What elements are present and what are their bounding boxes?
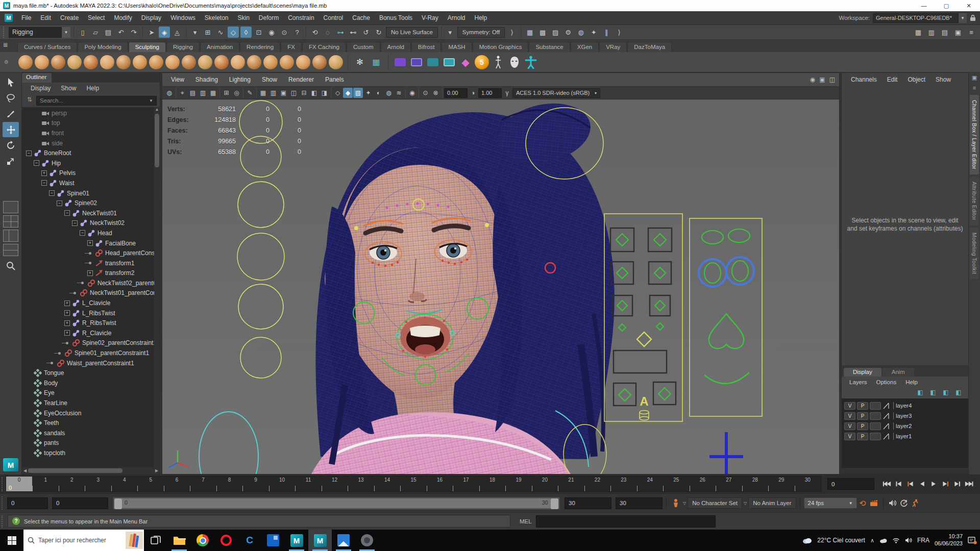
- time-slider-ruler[interactable]: 0123456789101112131415161718192021222324…: [6, 476, 821, 492]
- taskbar-search-input[interactable]: Taper ici pour rechercher: [23, 530, 144, 551]
- xray-icon[interactable]: ⊙: [421, 88, 430, 98]
- menu-cache[interactable]: Cache: [348, 11, 375, 24]
- teal-camera-icon[interactable]: [426, 55, 440, 69]
- range-slider-grip[interactable]: [2, 496, 6, 510]
- timeline-frame-19[interactable]: 19: [505, 477, 531, 491]
- snowflake-icon[interactable]: ✻: [353, 55, 367, 69]
- viewport-menu-renderer[interactable]: Renderer: [283, 76, 320, 83]
- outliner-item-spine02[interactable]: −Spine02: [22, 198, 160, 208]
- output-connections-icon[interactable]: ⊷: [348, 27, 359, 38]
- expand-expander-icon[interactable]: +: [64, 320, 70, 326]
- step-back-key-button[interactable]: [905, 479, 916, 490]
- timeline-frame-24[interactable]: 24: [637, 477, 663, 491]
- timeline-frame-25[interactable]: 25: [663, 477, 689, 491]
- range-start-handle[interactable]: [114, 498, 122, 509]
- shelf-tab-poly-modeling[interactable]: Poly Modeling: [78, 42, 128, 52]
- layer-display-type-toggle[interactable]: [870, 422, 881, 430]
- shelf-tab-arnold[interactable]: Arnold: [381, 42, 411, 52]
- scale-tool[interactable]: [3, 154, 19, 169]
- layer-playback-toggle[interactable]: P: [857, 433, 868, 440]
- taskbar-app-opera[interactable]: [214, 530, 238, 551]
- gate-mask-icon[interactable]: ◫: [289, 88, 299, 98]
- sidebar-pin-icon[interactable]: ≡: [973, 85, 976, 93]
- outliner-item-hip[interactable]: −Hip: [22, 158, 160, 168]
- menu-help[interactable]: Help: [470, 11, 492, 24]
- menu-edit[interactable]: Edit: [36, 11, 56, 24]
- viewport-menu-show[interactable]: Show: [256, 76, 283, 83]
- outliner-item-persp[interactable]: persp: [22, 108, 160, 118]
- construction-history-icon[interactable]: ⟲: [309, 27, 321, 38]
- use-all-lights-icon[interactable]: ✦: [363, 88, 373, 98]
- anim-layer-dropdown-icon[interactable]: ▽: [744, 501, 747, 506]
- bookmark-icon[interactable]: ▥: [198, 88, 208, 98]
- mel-label[interactable]: MEL: [520, 518, 532, 524]
- outliner-tab[interactable]: Outliner: [22, 73, 52, 83]
- safe-action-icon[interactable]: ◧: [309, 88, 319, 98]
- range-slider-bar[interactable]: 0 30: [113, 497, 560, 510]
- make-live-icon[interactable]: ◉: [266, 27, 277, 38]
- current-frame-indicator[interactable]: 0 0: [6, 477, 32, 491]
- camera-attributes-icon[interactable]: ▤: [188, 88, 198, 98]
- grid-toggle-4-icon[interactable]: ▣: [952, 27, 964, 38]
- timeline-frame-6[interactable]: 6: [164, 477, 190, 491]
- hypershade-icon[interactable]: ◍: [575, 27, 586, 38]
- expand-expander-icon[interactable]: +: [87, 270, 93, 276]
- evaluation-mode-icon[interactable]: [910, 497, 921, 509]
- teal-clip-icon[interactable]: [442, 55, 456, 69]
- shelf-tab-motion-graphics[interactable]: Motion Graphics: [473, 42, 529, 52]
- collapse-expander-icon[interactable]: −: [26, 151, 32, 156]
- shelf-tab-mash[interactable]: MASH: [442, 42, 472, 52]
- expand-expander-icon[interactable]: +: [64, 300, 70, 306]
- mouth-open[interactable]: [396, 314, 454, 359]
- shelf-tab-daztomaya[interactable]: DazToMaya: [627, 42, 672, 52]
- shelf-tab-curves-surfaces[interactable]: Curves / Surfaces: [17, 42, 77, 52]
- maya-home-icon[interactable]: M: [5, 14, 13, 22]
- outliner-vertical-scrollbar[interactable]: ▲: [154, 107, 160, 467]
- move-layer-up-icon[interactable]: ◧: [916, 389, 925, 397]
- freeze-clear-brush-icon[interactable]: [312, 55, 327, 69]
- expand-expander-icon[interactable]: +: [87, 240, 93, 246]
- sidebar-gear-icon[interactable]: ▣: [972, 74, 977, 83]
- shelf-tab-fx[interactable]: FX: [281, 42, 302, 52]
- clip-icon[interactable]: [409, 55, 424, 69]
- outliner-item-sandals[interactable]: sandals: [22, 428, 160, 438]
- menu-windows[interactable]: Windows: [166, 11, 200, 24]
- layer-visibility-toggle[interactable]: V: [844, 402, 855, 410]
- render-current-icon[interactable]: ▩: [537, 27, 548, 38]
- play-forwards-button[interactable]: [928, 479, 939, 490]
- outliner-search-input[interactable]: Search... ▼: [36, 96, 157, 106]
- mel-command-input[interactable]: [536, 515, 716, 528]
- menu-select[interactable]: Select: [83, 11, 109, 24]
- layer-visibility-toggle[interactable]: V: [844, 422, 855, 430]
- outliner-menu-help[interactable]: Help: [82, 85, 104, 92]
- outliner-item-l_clavicle[interactable]: +L_Clavicle: [22, 298, 160, 308]
- collapse-expander-icon[interactable]: −: [57, 201, 62, 206]
- outliner-menu-display[interactable]: Display: [26, 85, 55, 92]
- current-time-field[interactable]: 0: [827, 478, 874, 490]
- move-layer-down-icon[interactable]: ◧: [928, 389, 938, 397]
- layout-persp-outliner[interactable]: [3, 230, 18, 242]
- outliner-item-body[interactable]: Body: [22, 378, 160, 388]
- render-settings-icon[interactable]: ⚙︎: [562, 27, 574, 38]
- playback-loop-icon[interactable]: ⟲: [857, 497, 868, 509]
- taskbar-app-chrome[interactable]: [191, 530, 214, 551]
- collapse-expander-icon[interactable]: −: [41, 180, 47, 186]
- outliner-item-transform1[interactable]: transform1: [22, 258, 160, 268]
- timeline-frame-22[interactable]: 22: [584, 477, 610, 491]
- sidebar-tab-channel-box-layer-editor[interactable]: Channel Box / Layer Editor: [970, 95, 979, 174]
- step-forward-frame-button[interactable]: [952, 479, 963, 490]
- taskbar-clock[interactable]: 10:37 06/06/2023: [935, 533, 963, 547]
- viewport-3d-scene[interactable]: A: [162, 99, 839, 474]
- exposure-icon[interactable]: ◑: [468, 88, 478, 98]
- outliner-item-pants[interactable]: pants: [22, 438, 160, 448]
- flatten-brush-icon[interactable]: [100, 55, 114, 69]
- grid-toggle-2-icon[interactable]: ▥: [926, 27, 937, 38]
- viewport-menu-view[interactable]: View: [165, 76, 190, 83]
- menu-arnold[interactable]: Arnold: [443, 11, 470, 24]
- go-to-end-button[interactable]: [964, 479, 974, 490]
- outliner-item-pelvis[interactable]: +Pelvis: [22, 168, 160, 179]
- timeline-frame-17[interactable]: 17: [453, 477, 479, 491]
- layer-menu-help[interactable]: Help: [901, 379, 922, 385]
- menu-control[interactable]: Control: [319, 11, 348, 24]
- timeline-frame-18[interactable]: 18: [479, 477, 505, 491]
